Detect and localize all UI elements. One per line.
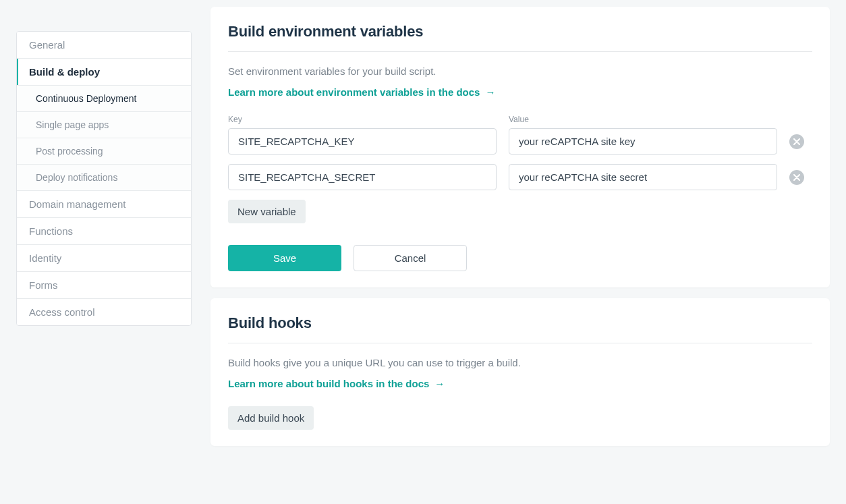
build-hooks-card: Build hooks Build hooks give you a uniqu… <box>210 298 830 446</box>
add-hook-row: Add build hook <box>228 406 812 430</box>
close-icon <box>793 138 800 145</box>
env-var-row <box>228 128 812 155</box>
sidebar-item-functions[interactable]: Functions <box>17 218 191 245</box>
delete-row-button[interactable] <box>789 134 804 149</box>
env-value-input[interactable] <box>509 128 777 155</box>
sidebar-item-build-deploy[interactable]: Build & deploy <box>17 59 191 86</box>
env-vars-title: Build environment variables <box>228 23 812 40</box>
sidebar-item-identity[interactable]: Identity <box>17 245 191 272</box>
new-variable-button[interactable]: New variable <box>228 200 306 223</box>
env-value-input[interactable] <box>509 164 777 190</box>
add-build-hook-button[interactable]: Add build hook <box>228 406 314 430</box>
env-var-row <box>228 164 812 190</box>
env-key-input[interactable] <box>228 128 497 155</box>
arrow-right-icon: → <box>485 86 495 98</box>
sidebar-sub-post-processing[interactable]: Post processing <box>17 138 191 165</box>
new-variable-row: New variable <box>228 200 812 223</box>
close-icon <box>793 174 800 181</box>
save-button[interactable]: Save <box>228 245 341 271</box>
sidebar-item-general[interactable]: General <box>17 32 191 59</box>
sidebar-sub-continuous-deployment[interactable]: Continuous Deployment <box>17 86 191 112</box>
env-form-header: Key Value <box>228 115 812 124</box>
env-actions: Save Cancel <box>228 245 812 271</box>
sidebar-item-access-control[interactable]: Access control <box>17 299 191 325</box>
divider <box>228 343 812 343</box>
sidebar-sub-deploy-notifications[interactable]: Deploy notifications <box>17 165 191 191</box>
value-column-label: Value <box>509 115 777 124</box>
build-hooks-title: Build hooks <box>228 314 812 332</box>
sidebar-item-domain-management[interactable]: Domain management <box>17 191 191 218</box>
env-vars-description: Set environment variables for your build… <box>228 65 812 77</box>
sidebar-item-forms[interactable]: Forms <box>17 272 191 299</box>
arrow-right-icon: → <box>434 378 445 389</box>
build-hooks-docs-link[interactable]: Learn more about build hooks in the docs… <box>228 378 445 389</box>
link-text: Learn more about build hooks in the docs <box>228 378 429 389</box>
env-vars-card: Build environment variables Set environm… <box>210 7 830 287</box>
sidebar-sub-single-page-apps[interactable]: Single page apps <box>17 112 191 138</box>
divider <box>228 51 812 52</box>
link-text: Learn more about environment variables i… <box>228 86 480 98</box>
env-vars-docs-link[interactable]: Learn more about environment variables i… <box>228 86 495 98</box>
sidebar-list: General Build & deploy Continuous Deploy… <box>16 31 192 326</box>
cancel-button[interactable]: Cancel <box>354 245 467 271</box>
main-content: Build environment variables Set environm… <box>210 7 830 446</box>
key-column-label: Key <box>228 115 497 124</box>
build-hooks-description: Build hooks give you a unique URL you ca… <box>228 357 812 368</box>
env-key-input[interactable] <box>228 164 497 190</box>
delete-row-button[interactable] <box>789 170 804 185</box>
settings-sidebar: General Build & deploy Continuous Deploy… <box>16 31 192 446</box>
